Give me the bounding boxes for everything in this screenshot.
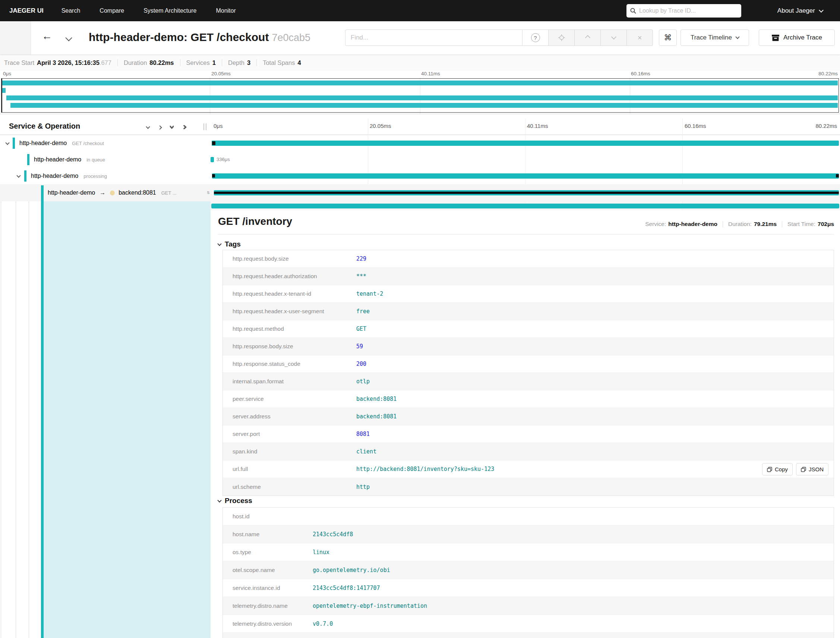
tag-key: peer.service — [223, 396, 356, 402]
span-detail-panel: GET /inventory Service: http-header-demo… — [210, 210, 840, 638]
span-row[interactable]: http-header-demo GET /checkout — [0, 135, 840, 151]
span-track — [210, 168, 840, 184]
help-icon: ? — [531, 33, 540, 42]
process-section-header[interactable]: Process — [218, 497, 252, 505]
timeline-minimap[interactable] — [0, 78, 840, 114]
tag-value: backend:8081 — [356, 413, 396, 420]
tag-row: http.request.header.authorization*** — [223, 268, 834, 285]
json-button[interactable]: JSON — [796, 463, 829, 475]
span-duration-bar[interactable] — [212, 141, 839, 146]
divider — [218, 234, 834, 234]
nav-item-system-architecture[interactable]: System Architecture — [144, 8, 196, 14]
span-row[interactable]: http-header-demo in queue 336μs — [0, 151, 840, 168]
trace-stats-bar: Trace Start April 3 2026, 15:16:35 .677 … — [0, 54, 840, 71]
collapse-all-icon[interactable] — [170, 125, 173, 129]
span-service-name: http-header-demo — [19, 140, 67, 147]
trace-lookup-input[interactable] — [639, 8, 737, 14]
tag-row: url.fullhttp://backend:8081/inventory?sk… — [223, 461, 834, 478]
tag-key: http.response.body.size — [223, 343, 356, 350]
depth-label: Depth — [228, 59, 245, 66]
nav-item-compare[interactable]: Compare — [99, 8, 124, 14]
tag-value: client — [356, 448, 376, 455]
tags-section-label: Tags — [225, 240, 241, 249]
app-logo[interactable]: JAEGER UI — [9, 7, 44, 14]
find-input[interactable] — [345, 30, 523, 46]
find-clear-button: × — [627, 30, 653, 46]
span-collapse-chevron-icon[interactable] — [5, 141, 9, 145]
archive-icon — [771, 34, 780, 41]
total-spans-value: 4 — [297, 59, 301, 66]
archive-trace-label: Archive Trace — [783, 34, 822, 41]
nav-item-search[interactable]: Search — [62, 8, 81, 14]
service-color-bar — [41, 185, 44, 201]
nav-item-monitor[interactable]: Monitor — [216, 8, 235, 14]
span-row-selected[interactable]: http-header-demo → backend:8081 GET ... … — [0, 184, 840, 201]
tag-key: otel.scope.name — [223, 567, 313, 573]
column-resize-handle[interactable] — [204, 123, 207, 130]
process-row: telemetry.distro.nameopentelemetry-ebpf-… — [223, 597, 834, 615]
tag-key: server.port — [223, 431, 356, 437]
copy-button[interactable]: Copy — [762, 463, 793, 475]
span-duration-bar[interactable] — [210, 157, 214, 162]
find-prev-button — [575, 30, 601, 46]
tags-section-header[interactable]: Tags — [218, 240, 241, 249]
keyboard-shortcuts-button[interactable]: ⌘ — [659, 30, 677, 46]
tag-key: http.request.header.x-user-segment — [223, 308, 356, 315]
tick-label: 20.05ms — [211, 71, 231, 76]
span-duration-bar[interactable] — [214, 190, 839, 195]
service-color-bar — [27, 154, 30, 165]
span-collapse-chevron-icon[interactable] — [16, 173, 21, 177]
tag-row: http.request.body.size229 — [223, 250, 834, 268]
tag-value: linux — [313, 549, 330, 556]
duration-value: 80.22ms — [150, 59, 174, 66]
chevron-up-icon — [585, 35, 590, 40]
about-jaeger-menu[interactable]: About Jaeger — [777, 0, 823, 21]
chevron-down-icon — [611, 34, 616, 40]
copy-icon — [767, 467, 772, 472]
trace-view-dropdown[interactable]: Trace Timeline — [681, 30, 749, 46]
timeline-header: Service & Operation 0μs 20.05ms 40.11ms … — [0, 119, 840, 135]
minimap-viewport[interactable] — [1, 78, 839, 112]
trace-start-fraction: .677 — [99, 59, 111, 66]
collapse-trace-chevron-icon[interactable] — [65, 34, 72, 41]
span-duration-bar[interactable] — [212, 173, 838, 179]
tag-key: span.kind — [223, 448, 356, 455]
collapse-one-icon[interactable] — [146, 125, 150, 129]
corner-block — [0, 21, 31, 54]
tag-key: server.address — [223, 413, 356, 420]
arrow-right-icon: → — [99, 189, 106, 196]
span-track — [210, 135, 840, 151]
process-row: host.name2143cc5c4df8 — [223, 526, 834, 543]
tag-value: free — [356, 308, 370, 315]
tag-value: 2143cc5c4df8 — [313, 531, 353, 538]
process-row: host.id — [223, 508, 834, 526]
find-help-button[interactable]: ? — [523, 30, 549, 46]
tag-row: http.request.methodGET — [223, 320, 834, 338]
archive-trace-button[interactable]: Archive Trace — [759, 30, 835, 46]
tag-key: service.instance.id — [223, 585, 313, 591]
trace-title-text: http-header-demo: GET /checkout — [89, 31, 269, 43]
tag-value: opentelemetry-ebpf-instrumentation — [313, 603, 427, 609]
selected-span-bar — [211, 204, 839, 209]
tag-row: url.schemehttp — [223, 478, 834, 496]
trace-start-value: April 3 2026, 15:16:35 — [37, 59, 99, 66]
tag-value: 8081 — [356, 431, 370, 437]
back-button[interactable]: ← — [42, 30, 52, 42]
trace-toolbar: ← http-header-demo: GET /checkout7e0cab5… — [0, 21, 840, 54]
tick-label: 80.22ms — [818, 71, 838, 76]
selected-span-accent-bar — [41, 201, 44, 638]
span-row[interactable]: http-header-demo processing — [0, 168, 840, 184]
span-detail-stats: Service: http-header-demo Duration: 79.2… — [645, 221, 834, 228]
expand-all-icon[interactable] — [182, 126, 186, 129]
tag-row: http.request.header.x-user-segmentfree — [223, 303, 834, 320]
focus-span-button — [549, 30, 575, 46]
tag-actions: CopyJSON — [762, 463, 829, 475]
expand-one-icon[interactable] — [158, 125, 162, 130]
chevron-down-icon — [217, 242, 221, 246]
tick-label: 80.22ms — [815, 123, 837, 129]
tag-key: host.id — [223, 513, 313, 520]
start-time-label: Start Time: — [788, 221, 815, 228]
divider — [180, 59, 180, 66]
tick-label: 0μs — [3, 71, 11, 76]
process-table: host.idhost.name2143cc5c4df8os.typelinux… — [223, 507, 834, 638]
